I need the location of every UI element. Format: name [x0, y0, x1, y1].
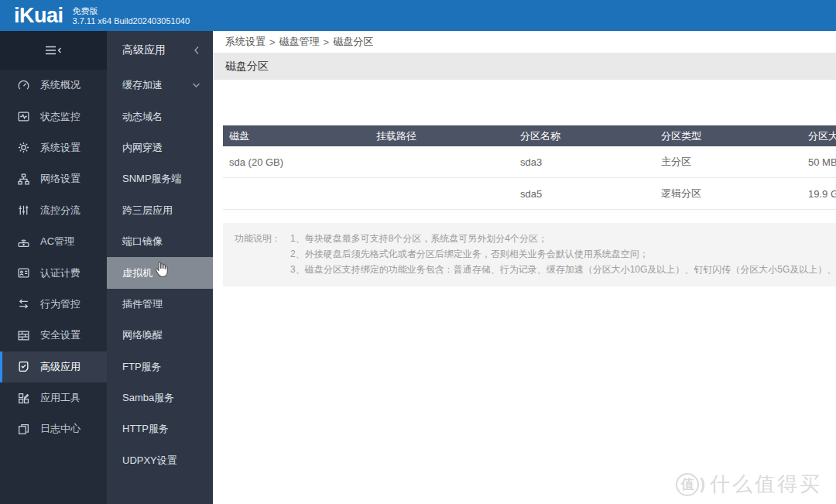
note-line: 2、外接硬盘后须先格式化或者分区后绑定业务，否则相关业务会默认使用系统盘空间； [290, 246, 836, 262]
version-block: 免费版 3.7.11 x64 Build202403051040 [73, 6, 190, 26]
submenu-item-udpxy-settings[interactable]: UDPXY设置 [107, 445, 213, 476]
smzdm-watermark: 值 ) 什么值得买 [676, 471, 822, 498]
submenu-item-port-mirroring[interactable]: 端口镜像 [107, 226, 213, 257]
cell-partition-size: 19.9 GB [802, 188, 836, 200]
gear-icon [16, 141, 30, 155]
cell-partition-type: 主分区 [655, 155, 802, 169]
firewall-icon [16, 328, 30, 342]
sidebar-item-app-tools[interactable]: 应用工具 [0, 382, 107, 413]
watermark-text: 什么值得买 [710, 471, 822, 498]
sidebar-item-label: 认证计费 [40, 266, 81, 280]
sidebar-item-label: 应用工具 [40, 391, 81, 405]
submenu-item-ddns[interactable]: 动态域名 [107, 101, 213, 132]
sidebar-item-network-settings[interactable]: 网络设置 [0, 163, 107, 194]
sidebar-item-security-settings[interactable]: 安全设置 [0, 320, 107, 351]
top-header: iKuai 免费版 3.7.11 x64 Build202403051040 [0, 0, 836, 31]
swap-arrows-icon [16, 297, 30, 311]
app-check-icon [16, 360, 30, 374]
monitor-icon [16, 110, 30, 124]
sidebar-item-label: 系统概况 [40, 78, 81, 92]
notes-list: 1、每块硬盘最多可支持8个分区，系统盘可另外划分4个分区； 2、外接硬盘后须先格… [290, 231, 836, 277]
chevron-left-icon [192, 45, 201, 56]
cell-partition-name: sda3 [514, 156, 655, 168]
watermark-paren: ) [700, 475, 705, 493]
submenu-item-samba-service[interactable]: Samba服务 [107, 382, 213, 413]
sidebar-item-label: 行为管控 [40, 297, 81, 311]
table-row: sda5 逻辑分区 19.9 GB [223, 178, 836, 210]
sidebar-item-label: 日志中心 [40, 422, 81, 436]
submenu-item-ftp-service[interactable]: FTP服务 [107, 351, 213, 382]
app-logo: iKuai [14, 4, 63, 28]
function-notes: 功能说明： 1、每块硬盘最多可支持8个分区，系统盘可另外划分4个分区； 2、外接… [223, 223, 836, 286]
note-line: 3、磁盘分区支持绑定的功能业务包含：普通存储、行为记录、缓存加速（分区大小10G… [290, 262, 836, 277]
tools-grid-icon [16, 391, 30, 405]
partition-table: 磁盘 挂载路径 分区名称 分区类型 分区大小 sda (20 GB) sda3 … [223, 125, 836, 210]
build-version: 3.7.11 x64 Build202403051040 [73, 16, 190, 26]
cell-partition-name: sda5 [514, 188, 655, 200]
sidebar-item-flow-control[interactable]: 流控分流 [0, 195, 107, 226]
breadcrumb-separator: > [324, 36, 330, 48]
col-mount-path: 挂载路径 [370, 129, 514, 143]
logs-icon [16, 422, 30, 436]
sidebar-item-label: 系统设置 [40, 141, 81, 155]
id-card-icon [16, 266, 30, 280]
sidebar-item-log-center[interactable]: 日志中心 [0, 413, 107, 444]
advanced-apps-submenu: 高级应用 缓存加速 动态域名 内网穿透 SNMP服务端 跨三层应用 端口镜像 虚… [107, 31, 213, 504]
sidebar-item-label: 安全设置 [40, 328, 81, 342]
page-title-bar: 磁盘分区 [213, 53, 836, 80]
sidebar-item-label: 流控分流 [40, 204, 81, 218]
sidebar-item-system-overview[interactable]: 系统概况 [0, 70, 107, 101]
sidebar-item-ac-management[interactable]: AC管理 [0, 226, 107, 257]
submenu-item-intranet-penetration[interactable]: 内网穿透 [107, 132, 213, 163]
col-disk: 磁盘 [223, 129, 370, 143]
breadcrumb-separator: > [269, 36, 276, 48]
cell-partition-type: 逻辑分区 [655, 187, 802, 201]
submenu-item-wake-on-lan[interactable]: 网络唤醒 [107, 320, 213, 351]
sidebar-item-auth-billing[interactable]: 认证计费 [0, 257, 107, 288]
sidebar-item-label: 高级应用 [40, 360, 81, 374]
col-partition-type: 分区类型 [655, 129, 802, 143]
submenu-title: 高级应用 [122, 43, 166, 57]
breadcrumb: 系统设置 > 磁盘管理 > 磁盘分区 [213, 31, 836, 53]
breadcrumb-system-settings[interactable]: 系统设置 [225, 35, 266, 49]
sidebar-item-status-monitor[interactable]: 状态监控 [0, 101, 107, 132]
cell-disk: sda (20 GB) [223, 156, 370, 168]
page-title: 磁盘分区 [225, 60, 269, 74]
sidebar-item-label: 状态监控 [40, 110, 81, 124]
main-sidebar: 系统概况 状态监控 系统设置 网络设置 [0, 31, 107, 504]
main-content: 系统设置 > 磁盘管理 > 磁盘分区 磁盘分区 磁盘 挂载路径 分区名称 分区类… [213, 31, 836, 504]
sliders-icon [16, 204, 30, 218]
sidebar-item-label: AC管理 [40, 235, 74, 249]
sidebar-item-behavior-control[interactable]: 行为管控 [0, 289, 107, 320]
sidebar-item-label: 网络设置 [40, 172, 81, 186]
sidebar-collapse-button[interactable] [0, 31, 107, 70]
submenu-item-virtual-machine[interactable]: 虚拟机 [107, 257, 213, 288]
gauge-icon [16, 78, 30, 92]
table-row: sda (20 GB) sda3 主分区 50 MB [223, 146, 836, 178]
submenu-item-snmp-server[interactable]: SNMP服务端 [107, 163, 213, 194]
access-point-icon [16, 235, 30, 249]
hand-cursor-icon [152, 259, 172, 281]
submenu-item-http-service[interactable]: HTTP服务 [107, 413, 213, 444]
breadcrumb-disk-management[interactable]: 磁盘管理 [279, 35, 320, 49]
chevron-down-icon [191, 81, 201, 89]
submenu-item-cross-layer3[interactable]: 跨三层应用 [107, 195, 213, 226]
breadcrumb-disk-partition[interactable]: 磁盘分区 [333, 35, 373, 49]
col-partition-name: 分区名称 [514, 129, 655, 143]
notes-label: 功能说明： [235, 231, 281, 277]
sidebar-item-system-settings[interactable]: 系统设置 [0, 132, 107, 163]
watermark-badge-icon: 值 [676, 473, 699, 496]
submenu-header[interactable]: 高级应用 [107, 31, 213, 70]
table-header-row: 磁盘 挂载路径 分区名称 分区类型 分区大小 [223, 125, 836, 146]
cell-partition-size: 50 MB [802, 156, 836, 168]
edition-label: 免费版 [73, 6, 190, 16]
submenu-item-cache-acceleration[interactable]: 缓存加速 [107, 70, 213, 101]
hamburger-collapse-icon [43, 44, 63, 57]
submenu-item-plugin-management[interactable]: 插件管理 [107, 289, 213, 320]
network-icon [16, 172, 30, 186]
sidebar-item-advanced-apps[interactable]: 高级应用 [0, 351, 107, 382]
col-partition-size: 分区大小 [802, 129, 836, 143]
note-line: 1、每块硬盘最多可支持8个分区，系统盘可另外划分4个分区； [290, 231, 836, 246]
